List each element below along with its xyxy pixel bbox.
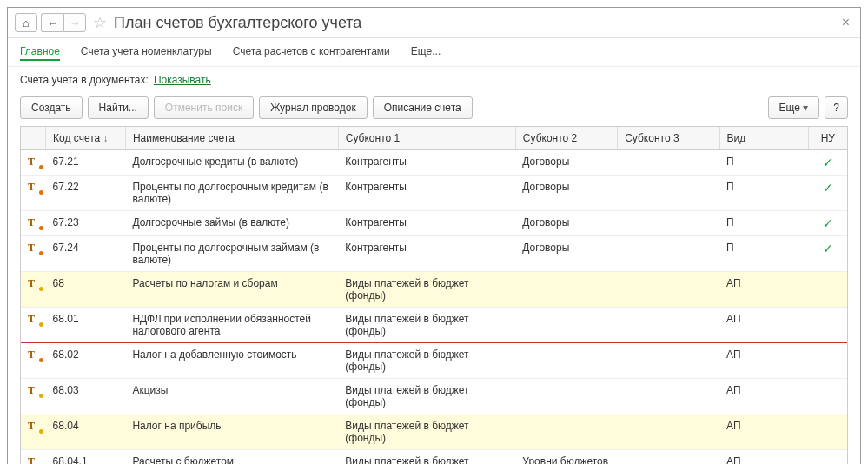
home-button[interactable]: ⌂ — [15, 13, 37, 32]
cell-sub2 — [515, 343, 617, 379]
account-type-icon: Т — [28, 242, 42, 255]
cell-vid: АП — [719, 414, 808, 450]
col-code[interactable]: Код счета — [46, 127, 126, 150]
col-subconto2[interactable]: Субконто 2 — [515, 127, 617, 150]
table-row[interactable]: Т68.04.1Расчеты с бюджетомВиды платежей … — [21, 450, 847, 465]
create-button[interactable]: Создать — [20, 96, 83, 119]
cell-sub3 — [618, 150, 719, 176]
cell-sub1: Виды платежей в бюджет (фонды) — [338, 379, 515, 414]
cell-vid: АП — [719, 272, 808, 308]
cell-sub1: Контрагенты — [338, 211, 515, 236]
cell-name: Проценты по долгосрочным кредитам (в вал… — [125, 176, 338, 211]
cell-sub3 — [618, 308, 719, 343]
account-type-icon: Т — [28, 181, 42, 194]
tab-more[interactable]: Еще... — [411, 43, 441, 61]
cell-name: Проценты по долгосрочным займам (в валют… — [125, 236, 338, 272]
cell-sub3 — [618, 414, 719, 450]
table-row[interactable]: Т68.03АкцизыВиды платежей в бюджет (фонд… — [21, 379, 847, 414]
account-type-icon: Т — [28, 156, 42, 169]
tab-main[interactable]: Главное — [20, 43, 60, 61]
account-type-icon: Т — [28, 455, 42, 464]
account-type-icon: Т — [28, 216, 42, 229]
cell-nu: ✓ — [808, 176, 847, 211]
cell-sub1: Виды платежей в бюджет (фонды) — [338, 343, 515, 379]
favorite-icon[interactable]: ☆ — [93, 13, 107, 32]
cell-sub3 — [618, 236, 719, 272]
cancel-search-button: Отменить поиск — [154, 96, 254, 119]
cell-sub2: Договоры — [515, 236, 617, 272]
cell-sub2: Договоры — [515, 211, 617, 236]
table-row[interactable]: Т67.22Проценты по долгосрочным кредитам … — [21, 176, 847, 211]
cell-sub1: Виды платежей в бюджет (фонды) — [338, 450, 515, 465]
table-row[interactable]: Т67.23Долгосрочные займы (в валюте)Контр… — [21, 211, 847, 236]
page-title: План счетов бухгалтерского учета — [114, 14, 361, 32]
cell-sub3 — [618, 343, 719, 379]
cell-vid: П — [719, 236, 808, 272]
cell-nu: ✓ — [808, 150, 847, 176]
account-type-icon: Т — [28, 277, 42, 290]
help-button[interactable]: ? — [825, 96, 848, 119]
subbar-label: Счета учета в документах: — [20, 74, 149, 86]
journal-button[interactable]: Журнал проводок — [259, 96, 368, 119]
table-row[interactable]: Т68.01НДФЛ при исполнении обязанностей н… — [21, 308, 847, 343]
cell-sub2: Уровни бюджетов — [515, 450, 617, 465]
col-nu[interactable]: НУ — [808, 127, 847, 150]
cell-code: 68.02 — [46, 343, 126, 379]
find-button[interactable]: Найти... — [88, 96, 149, 119]
cell-nu: ✓ — [808, 236, 847, 272]
cell-sub1: Контрагенты — [338, 150, 515, 176]
cell-vid: АП — [719, 450, 808, 465]
table-row[interactable]: Т67.21Долгосрочные кредиты (в валюте)Кон… — [21, 150, 847, 176]
col-name[interactable]: Наименование счета — [125, 127, 338, 150]
cell-sub1: Контрагенты — [338, 236, 515, 272]
col-subconto1[interactable]: Субконто 1 — [338, 127, 515, 150]
cell-nu: ✓ — [808, 211, 847, 236]
cell-vid: АП — [719, 308, 808, 343]
table-row[interactable]: Т68Расчеты по налогам и сборамВиды плате… — [21, 272, 847, 308]
cell-nu — [808, 308, 847, 343]
tab-nomenclature[interactable]: Счета учета номенклатуры — [81, 43, 212, 61]
check-icon: ✓ — [823, 156, 833, 169]
table-row[interactable]: Т68.04Налог на прибыльВиды платежей в бю… — [21, 414, 847, 450]
cell-sub3 — [618, 379, 719, 414]
cell-vid: П — [719, 211, 808, 236]
cell-name: НДФЛ при исполнении обязанностей налогов… — [125, 308, 338, 343]
cell-vid: АП — [719, 379, 808, 414]
col-vid[interactable]: Вид — [719, 127, 808, 150]
cell-vid: П — [719, 150, 808, 176]
col-icon[interactable] — [21, 127, 46, 150]
tab-bar: Главное Счета учета номенклатуры Счета р… — [8, 38, 860, 67]
cell-code: 67.21 — [46, 150, 126, 176]
cell-code: 68.04.1 — [46, 450, 126, 465]
header-row: Код счета Наименование счета Субконто 1 … — [21, 127, 847, 150]
titlebar: ⌂ ← → ☆ План счетов бухгалтерского учета — [8, 8, 860, 38]
cell-name: Долгосрочные кредиты (в валюте) — [125, 150, 338, 176]
cell-sub1: Виды платежей в бюджет (фонды) — [338, 308, 515, 343]
table-row[interactable]: Т67.24Проценты по долгосрочным займам (в… — [21, 236, 847, 272]
cell-sub2 — [515, 272, 617, 308]
table-row[interactable]: Т68.02Налог на добавленную стоимостьВиды… — [21, 343, 847, 379]
cell-nu — [808, 343, 847, 379]
close-icon[interactable]: × — [842, 15, 850, 30]
cell-sub2 — [515, 414, 617, 450]
cell-sub2: Договоры — [515, 150, 617, 176]
cell-name: Налог на добавленную стоимость — [125, 343, 338, 379]
back-button[interactable]: ← — [41, 13, 63, 32]
account-type-icon: Т — [28, 313, 42, 326]
col-subconto3[interactable]: Субконто 3 — [618, 127, 719, 150]
cell-sub1: Виды платежей в бюджет (фонды) — [338, 414, 515, 450]
show-accounts-link[interactable]: Показывать — [154, 74, 211, 86]
cell-sub3 — [618, 211, 719, 236]
cell-sub3 — [618, 272, 719, 308]
more-button[interactable]: Еще — [768, 96, 820, 119]
description-button[interactable]: Описание счета — [373, 96, 473, 119]
cell-sub2 — [515, 308, 617, 343]
app-window: × ⌂ ← → ☆ План счетов бухгалтерского уче… — [7, 7, 861, 464]
cell-code: 67.23 — [46, 211, 126, 236]
forward-button: → — [63, 13, 86, 32]
cell-code: 67.22 — [46, 176, 126, 211]
cell-sub3 — [618, 176, 719, 211]
cell-code: 68.01 — [46, 308, 126, 343]
tab-counterparties[interactable]: Счета расчетов с контрагентами — [233, 43, 390, 61]
cell-name: Налог на прибыль — [125, 414, 338, 450]
